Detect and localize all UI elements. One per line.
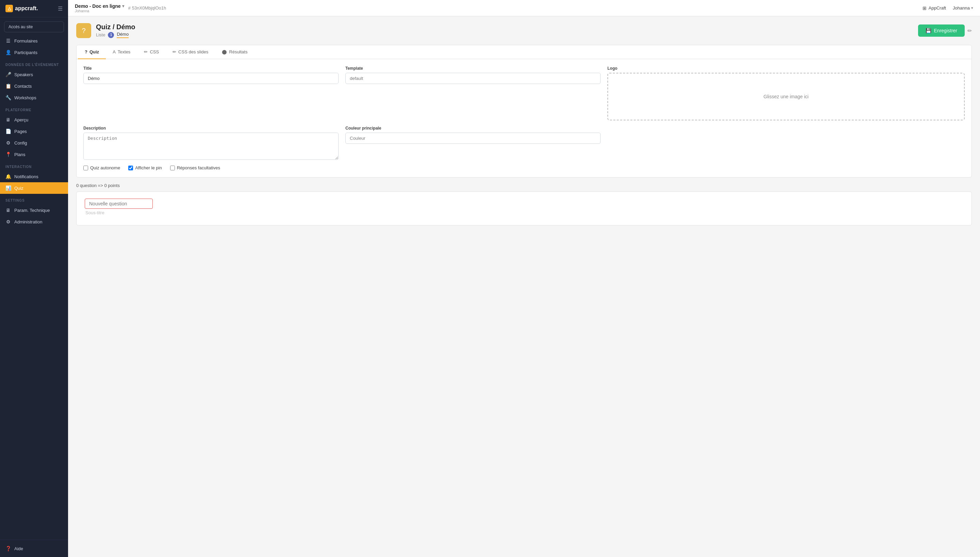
tab-textes-label: Textes [118,49,131,54]
save-button[interactable]: 💾 Enregistrer [918,24,965,37]
section-label-plateforme: PLATEFORME [0,103,68,114]
tab-quiz[interactable]: ? Quiz [78,45,106,59]
sidebar-item-label: Administration [14,219,42,225]
plans-icon: 📍 [5,151,11,157]
checkbox-reponses-input[interactable] [170,166,175,170]
logo: △ appcraft. [5,5,38,12]
sidebar-item-administration[interactable]: ⚙ Administration [0,216,68,228]
appcraft-grid-icon: ⊞ [923,5,926,11]
hamburger-icon[interactable]: ☰ [58,5,63,12]
sidebar-item-label: Aide [14,546,23,551]
form-row-1: Title Template Logo Glissez une image ic… [83,66,965,121]
topbar-user[interactable]: Johanna ▾ [953,5,973,11]
appcraft-label: AppCraft [929,5,946,11]
sidebar-item-plans[interactable]: 📍 Plans [0,148,68,160]
checkbox-pin[interactable]: Afficher le pin [128,165,162,170]
administration-icon: ⚙ [5,219,11,225]
chevron-down-icon[interactable]: ▾ [122,4,124,8]
sidebar-item-label: Param. Technique [14,208,50,213]
couleur-input[interactable] [345,133,601,144]
checkbox-reponses-label: Réponses facultatives [177,165,220,170]
sidebar-bottom: ❓ Aide [0,540,68,557]
sidebar-item-label: Pages [14,129,27,134]
question-count: 0 question => 0 points [76,183,972,188]
tab-css-icon: ✏ [144,49,148,54]
topbar-left: Demo - Doc en ligne ▾ Johanna # 53nX0Mbj… [75,3,166,13]
topbar-right: ⊞ AppCraft Johanna ▾ [923,5,973,11]
edit-button[interactable]: ✏ [967,28,972,34]
apercu-icon: 🖥 [5,117,11,122]
page-header-left: ? Quiz / Démo Liste 1 Démo [76,23,136,38]
sidebar-group-evenement: 🎤 Speakers 📋 Contacts 🔧 Workshops [0,69,68,103]
sidebar-item-speakers[interactable]: 🎤 Speakers [0,69,68,80]
section-label-evenement: DONNÉES DE L'ÉVÉNEMENT [0,58,68,69]
checkboxes-row: Quiz autonome Afficher le pin Réponses f… [83,165,965,170]
description-label: Description [83,126,338,130]
couleur-label: Couleur principale [345,126,601,130]
question-box: Sous-titre [76,191,972,225]
sidebar-item-quiz[interactable]: 📊 Quiz [0,182,68,194]
breadcrumb: Liste 1 Démo [96,32,136,38]
nouvelle-question-input[interactable] [85,199,153,209]
notifications-icon: 🔔 [5,174,11,179]
sidebar-item-pages[interactable]: 📄 Pages [0,125,68,137]
aide-icon: ❓ [5,546,11,551]
checkbox-autonome-input[interactable] [83,166,88,170]
speakers-icon: 🎤 [5,72,11,77]
tab-css[interactable]: ✏ CSS [137,45,166,59]
topbar-hash-value: 53nX0MbjqlOo1h [132,5,166,11]
logo-spacer [608,126,965,160]
tab-css-slides[interactable]: ✏ CSS des slides [166,45,215,59]
sidebar-item-label: Contacts [14,84,32,89]
topbar: Demo - Doc en ligne ▾ Johanna # 53nX0Mbj… [68,0,980,16]
sidebar-item-contacts[interactable]: 📋 Contacts [0,80,68,92]
topbar-appcraft: ⊞ AppCraft [923,5,946,11]
save-icon: 💾 [926,28,931,33]
sidebar-item-participants[interactable]: 👤 Participants [0,47,68,58]
tab-quiz-icon: ? [85,49,87,54]
form-group-description: Description [83,126,338,160]
checkbox-autonome[interactable]: Quiz autonome [83,165,120,170]
sidebar-item-notifications[interactable]: 🔔 Notifications [0,171,68,182]
breadcrumb-active: Démo [117,32,129,38]
sidebar-item-aide[interactable]: ❓ Aide [0,543,68,554]
description-textarea[interactable] [83,133,338,160]
logo-text: appcraft. [15,5,38,11]
logo-dropzone[interactable]: Glissez une image ici [608,73,965,121]
sidebar-item-config[interactable]: ⚙ Config [0,137,68,148]
workshops-icon: 🔧 [5,95,11,100]
template-input[interactable] [345,73,601,84]
sidebar-item-label: Formulaires [14,38,38,44]
page-header-right: 💾 Enregistrer ✏ [918,24,972,37]
sidebar-logo: △ appcraft. ☰ [0,0,68,17]
form-group-template: Template [345,66,601,121]
participants-icon: 👤 [5,50,11,55]
pages-icon: 📄 [5,129,11,134]
quiz-card: ? Quiz A Textes ✏ CSS ✏ CSS des slides ⬤ [76,45,972,178]
quiz-icon: 📊 [5,185,11,191]
tab-resultats[interactable]: ⬤ Résultats [215,45,254,59]
acces-au-site-button[interactable]: Accès au site [4,21,64,32]
sidebar-group-general: ☰ Formulaires 👤 Participants [0,35,68,58]
checkbox-reponses[interactable]: Réponses facultatives [170,165,220,170]
checkbox-pin-input[interactable] [128,166,133,170]
formulaires-icon: ☰ [5,38,11,44]
title-label: Title [83,66,338,71]
sidebar-group-settings: 🖥 Param. Technique ⚙ Administration [0,204,68,228]
title-input[interactable] [83,73,338,84]
breadcrumb-list-link[interactable]: Liste [96,32,105,37]
form-row-2: Description Couleur principale [83,126,965,160]
page-title: Quiz / Démo [96,23,136,31]
sidebar-item-apercu[interactable]: 🖥 Aperçu [0,114,68,125]
sidebar-item-param-technique[interactable]: 🖥 Param. Technique [0,204,68,216]
topbar-project: Demo - Doc en ligne ▾ Johanna [75,3,124,13]
sidebar-item-workshops[interactable]: 🔧 Workshops [0,92,68,103]
sidebar-item-label: Config [14,140,27,145]
tab-textes[interactable]: A Textes [106,45,137,59]
page-header: ? Quiz / Démo Liste 1 Démo 💾 Enregistrer… [76,23,972,38]
sidebar-item-formulaires[interactable]: ☰ Formulaires [0,35,68,47]
tab-css-slides-label: CSS des slides [178,49,208,54]
logo-label: Logo [608,66,965,71]
sidebar-group-interaction: 🔔 Notifications 📊 Quiz [0,171,68,194]
sidebar-item-label: Notifications [14,174,38,179]
